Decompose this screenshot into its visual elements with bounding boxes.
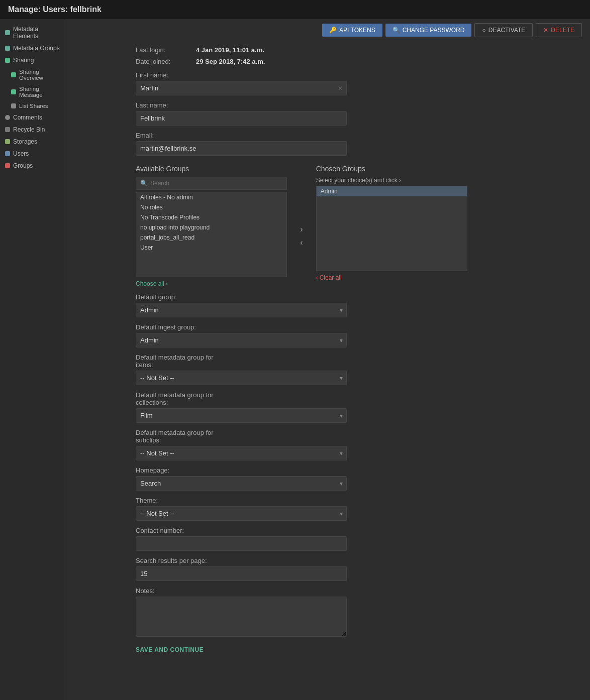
default-metadata-collections-select[interactable]: Film xyxy=(136,408,347,423)
recycle-bin-icon xyxy=(5,127,10,132)
last-login-label: Last login: xyxy=(136,46,196,54)
homepage-label: Homepage: xyxy=(136,466,578,474)
default-group-label: Default group: xyxy=(136,293,578,301)
sidebar-item-sharing-overview[interactable]: Sharing Overview xyxy=(0,66,65,83)
available-groups-list[interactable]: All roles - No admin No roles No Transco… xyxy=(136,192,287,277)
default-metadata-subclips-select[interactable]: -- Not Set -- xyxy=(136,446,347,460)
homepage-select[interactable]: Search xyxy=(136,476,347,491)
delete-icon: ✕ xyxy=(543,27,548,34)
notes-textarea[interactable] xyxy=(136,597,347,637)
default-ingest-group-wrap: Admin xyxy=(136,333,347,347)
list-shares-icon xyxy=(11,103,16,108)
sidebar-item-list-shares[interactable]: List Shares xyxy=(0,100,65,111)
page-title: Manage: Users: fellbrink xyxy=(8,5,102,14)
sharing-overview-icon xyxy=(11,72,16,77)
first-name-label: First name: xyxy=(136,71,578,79)
email-input[interactable] xyxy=(136,141,347,156)
last-login-value: 4 Jan 2019, 11:01 a.m. xyxy=(196,46,264,54)
metadata-groups-icon xyxy=(5,46,10,51)
search-results-input[interactable] xyxy=(136,566,347,581)
default-group-select[interactable]: Admin xyxy=(136,303,347,317)
list-item[interactable]: User xyxy=(136,243,286,253)
email-label: Email: xyxy=(136,132,578,139)
chosen-groups-subtext: Select your choice(s) and click › xyxy=(316,177,467,184)
available-groups-panel: Available Groups 🔍 All roles - No admin … xyxy=(136,165,287,287)
key-icon: 🔑 xyxy=(329,27,337,34)
list-item[interactable]: no upload into playground xyxy=(136,222,286,232)
default-metadata-collections-label: Default metadata group for collections: xyxy=(136,391,578,406)
sidebar-item-label: Metadata Groups xyxy=(13,45,60,52)
sidebar-item-label: Comments xyxy=(13,114,42,121)
groups-section: Available Groups 🔍 All roles - No admin … xyxy=(136,165,467,287)
default-ingest-group-select[interactable]: Admin xyxy=(136,333,347,347)
list-item[interactable]: No Transcode Profiles xyxy=(136,212,286,222)
change-password-button[interactable]: 🔍 CHANGE PASSWORD xyxy=(385,24,472,37)
delete-button[interactable]: ✕ DELETE xyxy=(536,23,582,37)
list-item[interactable]: Admin xyxy=(317,186,467,196)
available-groups-actions: Choose all › xyxy=(136,280,287,287)
contact-number-input[interactable] xyxy=(136,536,347,551)
homepage-wrap: Search xyxy=(136,476,347,491)
group-search-input[interactable] xyxy=(150,180,282,187)
sidebar-item-label: Metadata Elements xyxy=(13,26,60,40)
clear-icon: ✕ xyxy=(338,85,343,92)
choose-all-button[interactable]: Choose all › xyxy=(136,280,168,287)
sidebar-item-sharing[interactable]: Sharing xyxy=(0,54,65,66)
available-groups-title: Available Groups xyxy=(136,165,287,173)
sidebar-item-recycle-bin[interactable]: Recycle Bin xyxy=(0,124,65,136)
list-item[interactable]: portal_jobs_all_read xyxy=(136,232,286,243)
sidebar-item-label: Sharing Overview xyxy=(19,69,60,81)
move-left-button[interactable]: ‹ xyxy=(300,238,303,247)
groups-icon xyxy=(5,163,10,168)
date-joined-row: Date joined: 29 Sep 2018, 7:42 a.m. xyxy=(136,58,578,65)
contact-number-label: Contact number: xyxy=(136,527,578,534)
default-metadata-items-select[interactable]: -- Not Set -- xyxy=(136,371,347,385)
content-area: 🔑 API TOKENS 🔍 CHANGE PASSWORD ○ DEACTIV… xyxy=(65,19,590,700)
sidebar-item-storages[interactable]: Storages xyxy=(0,136,65,148)
first-name-wrap: ✕ xyxy=(136,81,347,95)
chosen-groups-actions: ‹ Clear all xyxy=(316,274,467,281)
list-item[interactable]: All roles - No admin xyxy=(136,192,286,202)
default-metadata-items-wrap: -- Not Set -- xyxy=(136,371,347,385)
date-joined-value: 29 Sep 2018, 7:42 a.m. xyxy=(196,58,265,65)
default-group-wrap: Admin xyxy=(136,303,347,317)
move-right-button[interactable]: › xyxy=(300,225,303,234)
sidebar-item-users[interactable]: Users xyxy=(0,148,65,160)
api-tokens-button[interactable]: 🔑 API TOKENS xyxy=(322,24,382,37)
sidebar-item-metadata-groups[interactable]: Metadata Groups xyxy=(0,42,65,54)
sidebar-item-comments[interactable]: Comments xyxy=(0,111,65,124)
page-header: Manage: Users: fellbrink xyxy=(0,0,590,19)
date-joined-label: Date joined: xyxy=(136,58,196,65)
users-icon xyxy=(5,151,10,156)
deactivate-icon: ○ xyxy=(482,27,485,34)
chosen-groups-list[interactable]: Admin xyxy=(316,186,467,271)
chosen-groups-panel: Chosen Groups Select your choice(s) and … xyxy=(316,165,467,287)
theme-wrap: -- Not Set -- xyxy=(136,506,347,521)
first-name-input[interactable] xyxy=(136,81,347,95)
sidebar-item-label: Sharing Message xyxy=(19,86,60,98)
save-and-continue-button[interactable]: SAVE AND CONTINUE xyxy=(136,646,204,653)
sidebar-item-metadata-elements[interactable]: Metadata Elements xyxy=(0,23,65,42)
default-metadata-collections-wrap: Film xyxy=(136,408,347,423)
comments-icon xyxy=(5,115,10,120)
theme-select[interactable]: -- Not Set -- xyxy=(136,506,347,521)
sharing-message-icon xyxy=(11,89,16,94)
last-name-input[interactable] xyxy=(136,111,347,126)
deactivate-button[interactable]: ○ DEACTIVATE xyxy=(474,23,533,37)
chevron-right-icon: › xyxy=(399,177,401,184)
clear-all-button[interactable]: ‹ Clear all xyxy=(316,274,342,281)
default-metadata-subclips-label: Default metadata group for subclips: xyxy=(136,429,578,444)
notes-label: Notes: xyxy=(136,587,578,595)
search-icon: 🔍 xyxy=(392,27,400,34)
theme-label: Theme: xyxy=(136,497,578,504)
sidebar-item-label: Users xyxy=(13,150,29,157)
sidebar-item-label: Sharing xyxy=(13,57,34,64)
sidebar-item-sharing-message[interactable]: Sharing Message xyxy=(0,83,65,100)
toolbar: 🔑 API TOKENS 🔍 CHANGE PASSWORD ○ DEACTIV… xyxy=(65,19,590,41)
sidebar-item-label: Storages xyxy=(13,138,37,145)
list-item[interactable]: No roles xyxy=(136,202,286,212)
last-login-row: Last login: 4 Jan 2019, 11:01 a.m. xyxy=(136,46,578,54)
search-results-label: Search results per page: xyxy=(136,557,578,564)
save-button-wrap: SAVE AND CONTINUE xyxy=(136,638,578,653)
sidebar-item-groups[interactable]: Groups xyxy=(0,160,65,172)
